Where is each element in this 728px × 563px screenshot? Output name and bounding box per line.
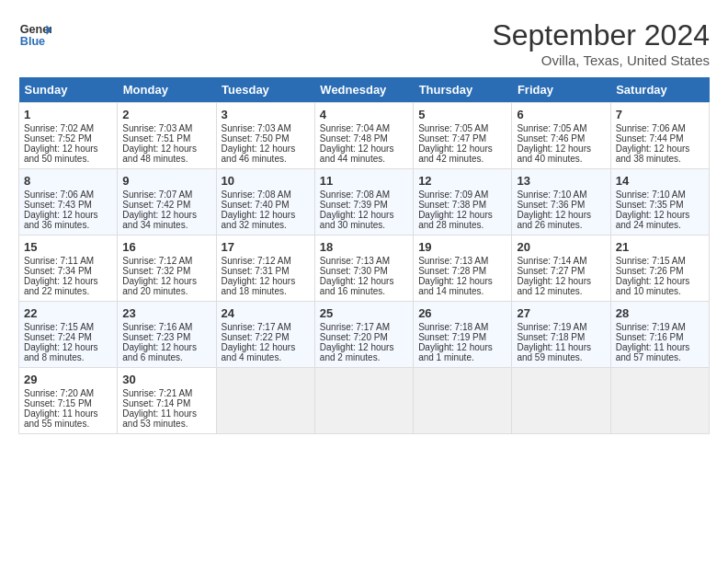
day-info: and 10 minutes. [616,286,704,296]
day-info: Sunrise: 7:20 AM [24,388,112,398]
day-info: Daylight: 12 hours [24,276,112,286]
day-number: 14 [616,174,704,188]
day-info: and 53 minutes. [122,419,210,429]
day-info: and 14 minutes. [418,286,506,296]
day-info: Sunrise: 7:04 AM [320,123,408,133]
calendar-cell: 16Sunrise: 7:12 AMSunset: 7:32 PMDayligh… [118,236,216,302]
day-info: Sunset: 7:42 PM [122,200,210,210]
day-info: Sunset: 7:14 PM [122,398,210,408]
logo: General Blue [18,18,51,52]
day-number: 11 [320,174,408,188]
day-info: Daylight: 12 hours [122,276,210,286]
day-info: Sunset: 7:24 PM [24,332,112,342]
day-info: Sunrise: 7:11 AM [24,256,112,266]
day-number: 7 [616,108,704,121]
day-info: Daylight: 12 hours [517,144,605,154]
day-number: 22 [24,306,112,320]
day-info: Daylight: 12 hours [222,210,310,220]
day-info: and 44 minutes. [320,154,408,164]
day-info: Sunset: 7:19 PM [418,332,506,342]
calendar-cell: 20Sunrise: 7:14 AMSunset: 7:27 PMDayligh… [512,236,610,302]
day-info: Daylight: 12 hours [122,342,210,352]
day-info: and 42 minutes. [418,154,506,164]
day-info: and 1 minute. [418,352,506,362]
calendar-cell: 7Sunrise: 7:06 AMSunset: 7:44 PMDaylight… [610,103,709,169]
day-info: Daylight: 11 hours [24,408,112,419]
col-friday: Friday [512,77,610,103]
day-number: 15 [24,240,112,254]
location-subtitle: Ovilla, Texas, United States [492,52,710,68]
day-info: and 6 minutes. [122,352,210,362]
day-number: 8 [24,174,112,188]
col-thursday: Thursday [414,77,512,103]
calendar-cell: 19Sunrise: 7:13 AMSunset: 7:28 PMDayligh… [414,236,512,302]
day-info: and 2 minutes. [320,352,408,362]
day-info: Sunrise: 7:12 AM [122,256,210,266]
day-info: Sunrise: 7:02 AM [24,123,112,133]
calendar-cell: 26Sunrise: 7:18 AMSunset: 7:19 PMDayligh… [414,302,512,368]
day-number: 23 [122,306,210,320]
day-info: and 32 minutes. [222,220,310,230]
day-info: Sunset: 7:34 PM [24,266,112,276]
day-number: 24 [222,306,310,320]
day-info: Daylight: 12 hours [616,210,704,220]
day-info: Sunset: 7:28 PM [418,266,506,276]
day-info: Sunrise: 7:03 AM [222,123,310,133]
day-number: 25 [320,306,408,320]
day-info: Sunset: 7:46 PM [517,133,605,144]
day-info: Daylight: 12 hours [320,342,408,352]
calendar-table: Sunday Monday Tuesday Wednesday Thursday… [18,77,710,434]
day-info: Sunrise: 7:05 AM [517,123,605,133]
day-info: Sunset: 7:40 PM [222,200,310,210]
day-info: and 30 minutes. [320,220,408,230]
day-info: Sunset: 7:16 PM [616,332,704,342]
calendar-cell: 2Sunrise: 7:03 AMSunset: 7:51 PMDaylight… [118,103,216,169]
calendar-cell: 17Sunrise: 7:12 AMSunset: 7:31 PMDayligh… [216,236,314,302]
day-info: Sunrise: 7:17 AM [222,322,310,332]
day-number: 30 [122,373,210,386]
calendar-week-row: 8Sunrise: 7:06 AMSunset: 7:43 PMDaylight… [19,169,710,236]
day-number: 4 [320,108,408,121]
calendar-cell: 15Sunrise: 7:11 AMSunset: 7:34 PMDayligh… [19,236,118,302]
day-number: 19 [418,240,506,254]
day-info: Daylight: 12 hours [222,276,310,286]
day-info: Sunrise: 7:12 AM [222,256,310,266]
calendar-cell: 5Sunrise: 7:05 AMSunset: 7:47 PMDaylight… [414,103,512,169]
day-info: Sunrise: 7:17 AM [320,322,408,332]
day-info: and 18 minutes. [222,286,310,296]
day-info: Sunset: 7:51 PM [122,133,210,144]
day-info: and 55 minutes. [24,419,112,429]
calendar-cell: 4Sunrise: 7:04 AMSunset: 7:48 PMDaylight… [314,103,413,169]
day-info: Daylight: 12 hours [320,276,408,286]
calendar-cell: 13Sunrise: 7:10 AMSunset: 7:36 PMDayligh… [512,169,610,236]
day-info: Sunset: 7:26 PM [616,266,704,276]
day-info: Sunset: 7:35 PM [616,200,704,210]
day-info: Daylight: 12 hours [320,210,408,220]
calendar-week-row: 22Sunrise: 7:15 AMSunset: 7:24 PMDayligh… [19,302,710,368]
day-info: Sunset: 7:38 PM [418,200,506,210]
month-title: September 2024 [492,18,710,52]
day-info: Sunrise: 7:19 AM [616,322,704,332]
calendar-week-row: 1Sunrise: 7:02 AMSunset: 7:52 PMDaylight… [19,103,710,169]
day-info: and 22 minutes. [24,286,112,296]
day-info: Sunset: 7:27 PM [517,266,605,276]
day-info: and 20 minutes. [122,286,210,296]
calendar-cell: 1Sunrise: 7:02 AMSunset: 7:52 PMDaylight… [19,103,118,169]
col-monday: Monday [118,77,216,103]
calendar-cell: 3Sunrise: 7:03 AMSunset: 7:50 PMDaylight… [216,103,314,169]
day-info: Daylight: 12 hours [616,276,704,286]
day-info: Sunset: 7:43 PM [24,200,112,210]
day-number: 1 [24,108,112,121]
calendar-cell: 8Sunrise: 7:06 AMSunset: 7:43 PMDaylight… [19,169,118,236]
day-info: and 34 minutes. [122,220,210,230]
day-info: Sunset: 7:47 PM [418,133,506,144]
day-info: Sunset: 7:52 PM [24,133,112,144]
calendar-cell [216,368,314,434]
day-info: and 8 minutes. [24,352,112,362]
day-info: Daylight: 12 hours [418,276,506,286]
day-info: and 26 minutes. [517,220,605,230]
calendar-cell [414,368,512,434]
day-info: Sunrise: 7:13 AM [418,256,506,266]
day-info: Sunset: 7:36 PM [517,200,605,210]
day-info: Sunrise: 7:19 AM [517,322,605,332]
